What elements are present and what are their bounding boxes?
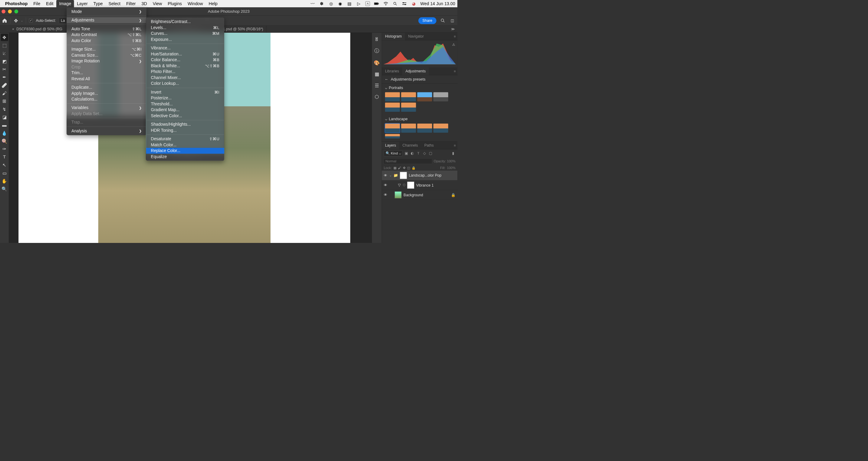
menu-item-color-balance-[interactable]: Color Balance...⌘B (146, 57, 224, 63)
eraser-tool-icon[interactable]: ◪ (1, 114, 8, 121)
status-icon-3[interactable]: ◎ (329, 1, 334, 6)
tab-layers[interactable]: Layers (382, 142, 399, 149)
menu-item-analysis[interactable]: Analysis❯ (67, 128, 147, 134)
home-icon[interactable] (2, 18, 7, 23)
panel-menu-icon[interactable]: ≡ (454, 34, 457, 39)
layer-mask-thumb[interactable] (407, 182, 414, 189)
menu-item-invert[interactable]: Invert⌘I (146, 89, 224, 95)
menu-item-gradient-map-[interactable]: Gradient Map... (146, 107, 224, 113)
menubar-item-type[interactable]: Type (91, 0, 105, 7)
menubar-item-window[interactable]: Window (185, 0, 206, 7)
lock-all-icon[interactable]: 🔒 (412, 166, 415, 170)
battery-icon[interactable] (374, 1, 379, 6)
status-icon-a[interactable]: A (366, 1, 370, 6)
histogram-warning-icon[interactable]: ⚠ (452, 43, 455, 47)
tab-navigator[interactable]: Navigator (405, 33, 427, 40)
dodge-tool-icon[interactable]: 🍭 (1, 138, 8, 145)
preset-thumb[interactable] (401, 123, 416, 133)
filter-adjustment-icon[interactable]: ◐ (410, 151, 415, 156)
menu-item-calculations-[interactable]: Calculations... (67, 96, 147, 102)
panel-icon-swatches[interactable]: 🎨 (374, 60, 379, 65)
lasso-tool-icon[interactable]: ⟀ (1, 50, 8, 57)
layer-thumb[interactable] (395, 192, 402, 198)
brush-tool-icon[interactable]: 🖌 (1, 90, 8, 97)
workspace-icon[interactable]: ◫ (449, 17, 456, 24)
menu-item-channel-mixer-[interactable]: Channel Mixer... (146, 75, 224, 81)
blur-tool-icon[interactable]: 💧 (1, 129, 8, 137)
object-select-tool-icon[interactable]: ◩ (1, 58, 8, 65)
panel-menu-icon[interactable]: ≡ (454, 143, 457, 147)
filter-toggle-icon[interactable]: ▮ (451, 151, 456, 156)
menubar-item-view[interactable]: View (150, 0, 165, 7)
blend-mode-dropdown[interactable]: Normal (384, 159, 432, 164)
menu-item-auto-color[interactable]: Auto Color⇧⌘B (67, 37, 147, 43)
panel-menu-icon[interactable]: ≡ (454, 69, 457, 73)
layer-name[interactable]: Background (403, 193, 423, 197)
menu-item-duplicate-[interactable]: Duplicate... (67, 85, 147, 90)
lock-artboard-icon[interactable]: ◫ (407, 166, 410, 170)
clone-stamp-tool-icon[interactable]: ⊞ (1, 97, 8, 105)
menubar-item-help[interactable]: Help (206, 0, 220, 7)
menu-item-color-lookup-[interactable]: Color Lookup... (146, 81, 224, 86)
menubar-item-layer[interactable]: Layer (74, 0, 91, 7)
status-icon-2[interactable]: ✽ (319, 1, 324, 6)
menu-item-hdr-toning-[interactable]: HDR Toning... (146, 127, 224, 133)
menu-item-exposure-[interactable]: Exposure... (146, 37, 224, 42)
lock-pixels-icon[interactable]: 🖌 (398, 166, 401, 170)
move-tool-dropdown-icon[interactable]: ⌵ (21, 19, 23, 22)
search-icon[interactable] (439, 17, 446, 24)
preset-thumb[interactable] (385, 123, 400, 133)
menu-item-black-white-[interactable]: Black & White...⌥⇧⌘B (146, 63, 224, 69)
tab-histogram[interactable]: Histogram (382, 33, 405, 40)
menu-item-photo-filter-[interactable]: Photo Filter... (146, 69, 224, 75)
back-arrow-icon[interactable]: ← (385, 77, 389, 82)
auto-select-dropdown[interactable]: La (59, 18, 67, 23)
menu-item-levels-[interactable]: Levels...⌘L (146, 25, 224, 31)
window-zoom-button[interactable] (14, 9, 18, 13)
share-button[interactable]: Share (418, 17, 436, 24)
panel-icon-sliders[interactable]: 🎚 (374, 37, 379, 42)
eyedropper-tool-icon[interactable]: ✒ (1, 74, 8, 81)
menu-item-mode[interactable]: Mode❯ (67, 8, 147, 14)
preset-thumb[interactable] (433, 92, 448, 102)
adjustments-presets-header[interactable]: ← Adjustments presets (382, 75, 458, 84)
app-name[interactable]: Photoshop (5, 1, 28, 6)
lock-transparent-icon[interactable]: ▦ (394, 166, 397, 170)
panel-icon-list[interactable]: ☰ (375, 83, 379, 88)
menu-item-image-rotation[interactable]: Image Rotation❯ (67, 58, 147, 64)
menu-item-match-color-[interactable]: Match Color... (146, 142, 224, 148)
path-select-tool-icon[interactable]: ↖ (1, 162, 8, 169)
tabs-overflow-icon[interactable]: ≫ (448, 26, 458, 33)
tab-close-icon[interactable]: × (12, 27, 14, 31)
window-close-button[interactable] (1, 9, 5, 13)
preset-thumb[interactable] (417, 123, 432, 133)
filter-type-icon[interactable]: T (416, 151, 421, 156)
hand-tool-icon[interactable]: ✋ (1, 177, 8, 184)
layer-visibility-icon[interactable]: 👁 (384, 193, 388, 197)
type-tool-icon[interactable]: T (1, 153, 8, 161)
lock-position-icon[interactable]: ✥ (403, 166, 406, 170)
menu-item-equalize[interactable]: Equalize (146, 154, 224, 160)
layer-item[interactable]: 👁 Background 🔒 (382, 190, 458, 200)
document-tab[interactable]: ×DSCF8380.psd @ 50% (RG (9, 26, 67, 33)
menubar-item-filter[interactable]: Filter (123, 0, 138, 7)
window-minimize-button[interactable] (8, 9, 12, 13)
gradient-tool-icon[interactable]: ▬ (1, 121, 8, 129)
preset-thumb[interactable] (401, 103, 416, 112)
menu-item-shadows-highlights-[interactable]: Shadows/Highlights... (146, 121, 224, 127)
preset-thumb[interactable] (385, 134, 400, 138)
panel-icon-info[interactable]: ⓘ (374, 48, 379, 55)
preset-thumb[interactable] (417, 92, 432, 102)
menu-item-adjustments[interactable]: Adjustments❯ (67, 17, 147, 23)
menubar-datetime[interactable]: Wed 14 Jun 13.00 (421, 1, 455, 6)
filter-smart-icon[interactable]: ▢ (428, 151, 433, 156)
menu-item-canvas-size-[interactable]: Canvas Size...⌥⌘C (67, 52, 147, 58)
healing-brush-tool-icon[interactable]: 🩹 (1, 82, 8, 89)
tab-libraries[interactable]: Libraries (382, 67, 403, 75)
menu-item-auto-contrast[interactable]: Auto Contrast⌥⇧⌘L (67, 32, 147, 37)
control-center-icon[interactable] (402, 1, 407, 6)
status-icon-5[interactable]: ▤ (347, 1, 352, 6)
chevron-down-icon[interactable]: ⌵ (390, 174, 391, 177)
menu-item-selective-color-[interactable]: Selective Color... (146, 113, 224, 119)
auto-select-checkbox[interactable]: ✓ (29, 19, 33, 22)
